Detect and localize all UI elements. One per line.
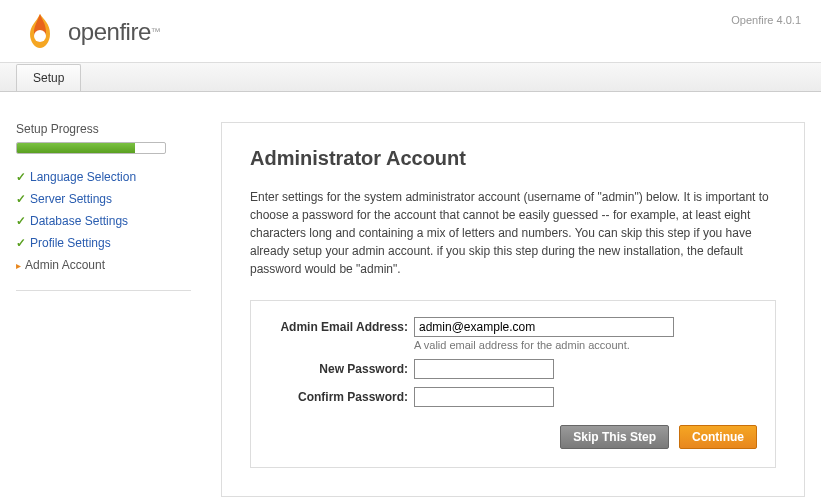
step-server[interactable]: ✓Server Settings	[16, 188, 191, 210]
header: openfire™ Openfire 4.0.1	[0, 0, 821, 62]
page-description: Enter settings for the system administra…	[250, 188, 776, 278]
divider	[16, 290, 191, 291]
step-profile[interactable]: ✓Profile Settings	[16, 232, 191, 254]
step-language[interactable]: ✓Language Selection	[16, 166, 191, 188]
new-password-field[interactable]	[414, 359, 554, 379]
flame-icon	[20, 10, 60, 54]
content-panel: Administrator Account Enter settings for…	[221, 122, 805, 497]
sidebar-title: Setup Progress	[16, 122, 191, 136]
logo: openfire™	[20, 10, 161, 54]
step-database[interactable]: ✓Database Settings	[16, 210, 191, 232]
newpw-label: New Password:	[269, 359, 414, 376]
check-icon: ✓	[16, 192, 26, 206]
email-label: Admin Email Address:	[269, 317, 414, 334]
check-icon: ✓	[16, 170, 26, 184]
step-admin-current: ▸Admin Account	[16, 254, 191, 276]
check-icon: ✓	[16, 214, 26, 228]
form-box: Admin Email Address: A valid email addre…	[250, 300, 776, 468]
product-name: openfire™	[68, 18, 161, 46]
progress-fill	[17, 143, 135, 153]
skip-button[interactable]: Skip This Step	[560, 425, 669, 449]
sidebar: Setup Progress ✓Language Selection ✓Serv…	[16, 122, 191, 497]
version-label: Openfire 4.0.1	[731, 14, 801, 26]
confirmpw-label: Confirm Password:	[269, 387, 414, 404]
email-field[interactable]	[414, 317, 674, 337]
step-list: ✓Language Selection ✓Server Settings ✓Da…	[16, 166, 191, 276]
page-title: Administrator Account	[250, 147, 776, 170]
arrow-icon: ▸	[16, 260, 21, 271]
check-icon: ✓	[16, 236, 26, 250]
tab-setup[interactable]: Setup	[16, 64, 81, 91]
tab-bar: Setup	[0, 62, 821, 92]
continue-button[interactable]: Continue	[679, 425, 757, 449]
email-hint: A valid email address for the admin acco…	[414, 339, 674, 351]
progress-bar	[16, 142, 166, 154]
confirm-password-field[interactable]	[414, 387, 554, 407]
svg-point-0	[34, 30, 46, 42]
